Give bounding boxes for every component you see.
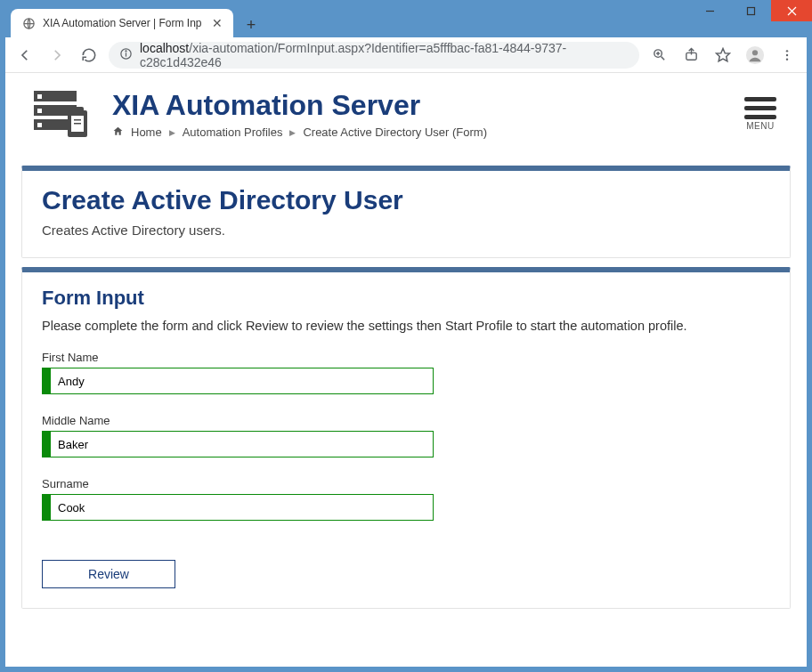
new-tab-button[interactable]: + [239,12,264,37]
app-logo [32,87,94,141]
svg-rect-27 [74,119,81,121]
breadcrumb-home[interactable]: Home [131,125,162,139]
globe-icon [21,16,36,30]
section-title: Form Input [42,287,770,310]
bookmark-star-icon[interactable] [710,43,735,68]
breadcrumb: Home ▶ Automation Profiles ▶ Create Acti… [112,125,723,140]
section-description: Please complete the form and click Revie… [42,319,770,333]
svg-rect-29 [71,107,84,112]
surname-label: Surname [42,477,770,490]
svg-rect-22 [37,109,42,113]
svg-point-18 [786,58,788,60]
site-info-icon[interactable] [119,47,133,63]
svg-line-9 [661,57,664,61]
share-icon[interactable] [678,43,703,68]
tab-title: XIA Automation Server | Form Inp [43,17,205,29]
reload-button[interactable] [77,43,102,68]
first-name-label: First Name [42,351,770,364]
middle-name-label: Middle Name [42,414,770,427]
middle-name-input[interactable] [42,431,434,457]
svg-point-17 [786,53,788,55]
svg-marker-13 [717,48,730,61]
hamburger-menu-button[interactable]: MENU [741,93,780,134]
menu-label: MENU [746,121,774,131]
page-description: Creates Active Directory users. [42,223,770,238]
chevron-right-icon: ▶ [289,128,296,137]
svg-point-15 [752,50,758,55]
surname-input[interactable] [42,494,434,521]
chevron-right-icon: ▶ [169,128,175,137]
svg-point-16 [786,50,788,52]
svg-rect-28 [74,123,81,125]
zoom-icon[interactable] [646,43,671,68]
breadcrumb-profiles[interactable]: Automation Profiles [183,125,283,139]
url-text: localhost/xia-automation/FormInput.aspx?… [140,41,629,69]
svg-rect-20 [37,94,42,99]
svg-rect-24 [37,123,42,127]
address-bar[interactable]: localhost/xia-automation/FormInput.aspx?… [109,42,639,69]
back-button[interactable] [12,43,37,68]
form-card: Form Input Please complete the form and … [21,267,791,609]
review-button[interactable]: Review [42,560,175,588]
breadcrumb-current: Create Active Directory User (Form) [303,125,487,139]
forward-button[interactable] [45,43,69,68]
kebab-menu-icon[interactable] [775,43,800,68]
page-info-card: Create Active Directory User Creates Act… [21,166,791,258]
first-name-input[interactable] [42,368,434,394]
browser-tab[interactable]: XIA Automation Server | Form Inp ✕ [11,9,233,37]
hamburger-icon [744,97,776,119]
app-title: XIA Automation Server [112,89,723,122]
profile-icon[interactable] [743,43,767,68]
page-title: Create Active Directory User [42,185,770,215]
tab-close-icon[interactable]: ✕ [212,16,223,30]
home-icon [112,125,124,140]
svg-point-7 [126,50,126,51]
